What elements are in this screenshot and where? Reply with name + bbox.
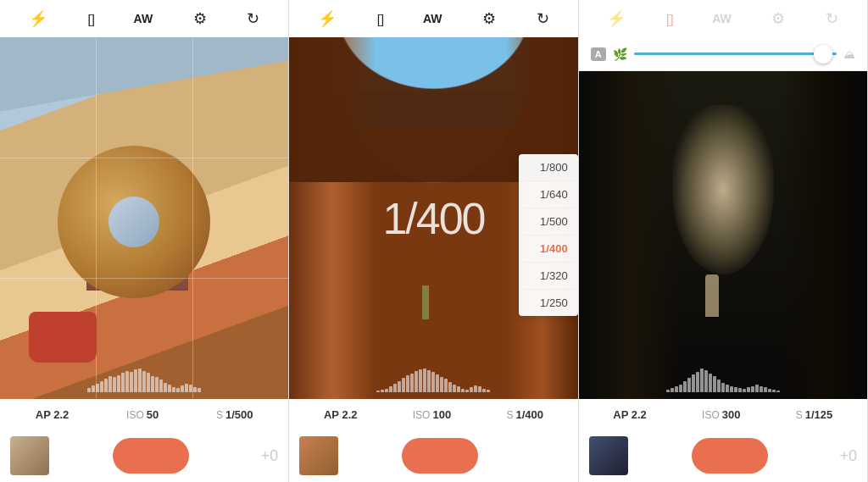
action-bar-3: +0 [579, 429, 867, 482]
toolbar-2: ⚡ [ ] AW ⚙ ↻ [289, 0, 577, 37]
aw-icon-3[interactable]: AW [712, 12, 732, 25]
ap-value-3: AP 2.2 [613, 408, 647, 421]
viewfinder-1[interactable] [0, 37, 288, 399]
shutter-option-320[interactable]: 1/320 [519, 263, 578, 290]
shutter-option-640[interactable]: 1/640 [519, 181, 578, 208]
info-bar-2: AP 2.2 ISO 100 S 1/400 [289, 399, 577, 429]
counter-1: +0 [253, 447, 278, 465]
iso-label-1: ISO [126, 409, 144, 421]
refresh-icon-3[interactable]: ↻ [826, 9, 838, 28]
panel-2: ⚡ [ ] AW ⚙ ↻ 1/400 1/800 1/640 1/500 1/4… [289, 0, 578, 482]
counter-3: +0 [832, 447, 857, 465]
iso-value-1: 50 [147, 408, 159, 421]
histogram-3 [666, 368, 780, 392]
info-bar-3: AP 2.2 ISO 300 S 1/125 [579, 399, 867, 429]
shutter-button-1[interactable] [113, 438, 189, 474]
focus-near-icon: 🌿 [613, 47, 627, 61]
shutter-button-2[interactable] [402, 438, 478, 474]
shutter-dropdown-2[interactable]: 1/800 1/640 1/500 1/400 1/320 1/250 [519, 154, 578, 316]
toolbar-1: ⚡ [ ] AW ⚙ ↻ [0, 0, 288, 37]
viewfinder-3[interactable] [579, 71, 867, 399]
flash-icon-3[interactable]: ⚡ [607, 9, 626, 28]
iso-label-2: ISO [413, 409, 431, 421]
focus-mode-label: A [591, 47, 606, 61]
counter-2: +0 [542, 447, 568, 465]
shutter-button-3[interactable] [692, 438, 768, 474]
focus-slider-thumb[interactable] [814, 45, 832, 64]
action-bar-2: +0 [289, 429, 577, 482]
iso-label-3: ISO [702, 409, 720, 421]
s-label-2: S [506, 409, 513, 421]
bracket-icon-2[interactable]: [ ] [377, 12, 383, 26]
ap-value-1: AP 2.2 [36, 408, 70, 421]
histogram-1 [87, 368, 201, 392]
action-bar-1: +0 [0, 429, 288, 482]
shutter-option-500[interactable]: 1/500 [519, 208, 578, 235]
toolbar-3: ⚡ [ ] AW ⚙ ↻ [579, 0, 867, 37]
iso-value-2: 100 [432, 408, 451, 421]
bracket-icon-1[interactable]: [ ] [87, 12, 93, 26]
flash-icon-1[interactable]: ⚡ [29, 9, 47, 28]
flash-icon-2[interactable]: ⚡ [318, 9, 337, 28]
shutter-option-250[interactable]: 1/250 [519, 290, 578, 316]
info-bar-1: AP 2.2 ISO 50 S 1/500 [0, 399, 288, 429]
histogram-2 [376, 368, 490, 392]
s-value-2: 1/400 [515, 408, 543, 421]
thumbnail-3[interactable] [589, 436, 628, 475]
bracket-icon-3[interactable]: [ ] [666, 12, 672, 26]
thumbnail-1[interactable] [10, 436, 49, 475]
aw-icon-2[interactable]: AW [423, 12, 442, 25]
shutter-option-400[interactable]: 1/400 [519, 235, 578, 263]
focus-far-icon: ⛰ [843, 47, 855, 61]
ap-value-2: AP 2.2 [324, 408, 358, 421]
photo-bg-1 [0, 37, 288, 399]
refresh-icon-1[interactable]: ↻ [247, 9, 259, 28]
settings-icon-3[interactable]: ⚙ [771, 9, 785, 28]
focus-bar-3[interactable]: A 🌿 ⛰ [579, 37, 867, 71]
settings-icon-2[interactable]: ⚙ [482, 9, 496, 28]
s-value-1: 1/500 [225, 408, 253, 421]
s-value-3: 1/125 [805, 408, 833, 421]
s-label-3: S [796, 409, 803, 421]
shutter-display-2: 1/400 [382, 193, 484, 244]
viewfinder-2[interactable]: 1/400 1/800 1/640 1/500 1/400 1/320 1/25… [289, 37, 577, 399]
s-label-1: S [216, 409, 223, 421]
refresh-icon-2[interactable]: ↻ [537, 9, 549, 28]
cave-light-3 [672, 105, 774, 274]
focus-slider-track[interactable] [634, 53, 837, 55]
iso-value-3: 300 [722, 408, 741, 421]
thumbnail-2[interactable] [299, 436, 338, 475]
shutter-option-800[interactable]: 1/800 [519, 154, 578, 181]
settings-icon-1[interactable]: ⚙ [193, 9, 207, 28]
aw-icon-1[interactable]: AW [134, 12, 153, 25]
panel-3: ⚡ [ ] AW ⚙ ↻ A 🌿 ⛰ AP 2.2 ISO 300 S [579, 0, 868, 482]
panel-1: ⚡ [ ] AW ⚙ ↻ AP 2.2 ISO 50 [0, 0, 289, 482]
